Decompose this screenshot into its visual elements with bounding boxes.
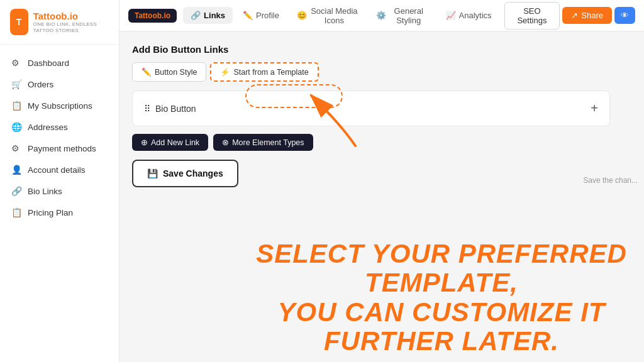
add-new-link-button[interactable]: ⊕ Add New Link <box>132 134 208 151</box>
sidebar-item-account[interactable]: 👤 Account details <box>0 159 119 180</box>
account-icon: 👤 <box>11 165 21 175</box>
section-title: Add Bio Button Links <box>132 44 610 55</box>
logo-icon: T <box>10 9 28 35</box>
addresses-icon: 🌐 <box>11 122 21 132</box>
share-icon: ↗ <box>571 11 578 20</box>
links-icon: 🔗 <box>191 11 201 20</box>
sidebar-item-addresses[interactable]: 🌐 Addresses <box>0 116 119 138</box>
dashboard-icon: ⚙ <box>11 58 21 68</box>
logo-tagline: ONE BIO LINK, ENDLESS TATTOO STORIES <box>33 21 109 33</box>
elements-icon: ⊗ <box>222 138 229 147</box>
save-changes-button[interactable]: 💾 Save Changes <box>132 160 238 187</box>
save-hint: Save the chan... <box>583 176 638 185</box>
sidebar-item-biolinks[interactable]: 🔗 Bio Links <box>0 180 119 202</box>
svg-text:T: T <box>16 17 22 27</box>
top-nav: Tattoob.io 🔗 Links ✏️ Profile 😊 Social M… <box>119 0 644 31</box>
bio-button-label: ⠿ Bio Button <box>144 104 196 114</box>
brush-icon: ✏️ <box>142 67 152 77</box>
tab-styling[interactable]: ⚙️ General Styling <box>369 3 436 29</box>
grid-icon: ⠿ <box>144 104 150 114</box>
more-elements-button[interactable]: ⊗ More Element Types <box>213 134 313 151</box>
profile-icon: ✏️ <box>243 11 253 20</box>
template-tab[interactable]: ⚡ Start from a Template <box>210 62 318 82</box>
sidebar-item-pricing[interactable]: 📋 Pricing Plan <box>0 202 119 223</box>
preview-button[interactable]: 👁 <box>614 7 635 24</box>
pricing-icon: 📋 <box>11 207 21 217</box>
logo-text: Tattoob.io ONE BIO LINK, ENDLESS TATTOO … <box>33 11 109 33</box>
share-button[interactable]: ↗ Share <box>562 7 612 24</box>
plus-icon: ⊕ <box>141 138 148 147</box>
tab-bar: ✏️ Button Style ⚡ Start from a Template <box>132 62 610 82</box>
sidebar-nav: ⚙ Dashboard 🛒 Orders 📋 My Subscriptions … <box>0 45 119 362</box>
main-content: Tattoob.io 🔗 Links ✏️ Profile 😊 Social M… <box>119 0 644 362</box>
tab-links[interactable]: 🔗 Links <box>183 7 233 24</box>
button-style-tab[interactable]: ✏️ Button Style <box>132 62 206 82</box>
brand-pill[interactable]: Tattoob.io <box>128 9 177 23</box>
sidebar-item-subscriptions[interactable]: 📋 My Subscriptions <box>0 95 119 116</box>
styling-icon: ⚙️ <box>376 11 386 20</box>
logo-area: T Tattoob.io ONE BIO LINK, ENDLESS TATTO… <box>0 0 119 45</box>
tab-analytics[interactable]: 📈 Analytics <box>438 7 499 24</box>
bio-button-card: ⠿ Bio Button + <box>132 90 610 126</box>
content-area: Add Bio Button Links ✏️ Button Style ⚡ S… <box>119 31 644 362</box>
editor-panel: Add Bio Button Links ✏️ Button Style ⚡ S… <box>132 44 610 349</box>
save-icon: 💾 <box>147 168 158 178</box>
tab-profile[interactable]: ✏️ Profile <box>235 7 287 24</box>
subscriptions-icon: 📋 <box>11 101 21 111</box>
sidebar-item-orders[interactable]: 🛒 Orders <box>0 74 119 95</box>
expand-button[interactable]: + <box>591 101 598 116</box>
eye-icon: 👁 <box>621 11 629 20</box>
seo-settings-button[interactable]: SEO Settings <box>504 2 560 30</box>
logo-name: Tattoob.io <box>33 11 109 21</box>
social-icon: 😊 <box>297 11 307 20</box>
sidebar-item-payment[interactable]: ⚙ Payment methods <box>0 138 119 159</box>
action-bar: ⊕ Add New Link ⊗ More Element Types <box>132 134 610 151</box>
sidebar: T Tattoob.io ONE BIO LINK, ENDLESS TATTO… <box>0 0 119 362</box>
payment-icon: ⚙ <box>11 143 21 153</box>
orders-icon: 🛒 <box>11 79 21 89</box>
tab-social[interactable]: 😊 Social Media Icons <box>289 3 366 29</box>
sidebar-item-dashboard[interactable]: ⚙ Dashboard <box>0 52 119 74</box>
template-icon: ⚡ <box>220 67 230 77</box>
biolinks-icon: 🔗 <box>11 186 21 196</box>
analytics-icon: 📈 <box>446 11 456 20</box>
